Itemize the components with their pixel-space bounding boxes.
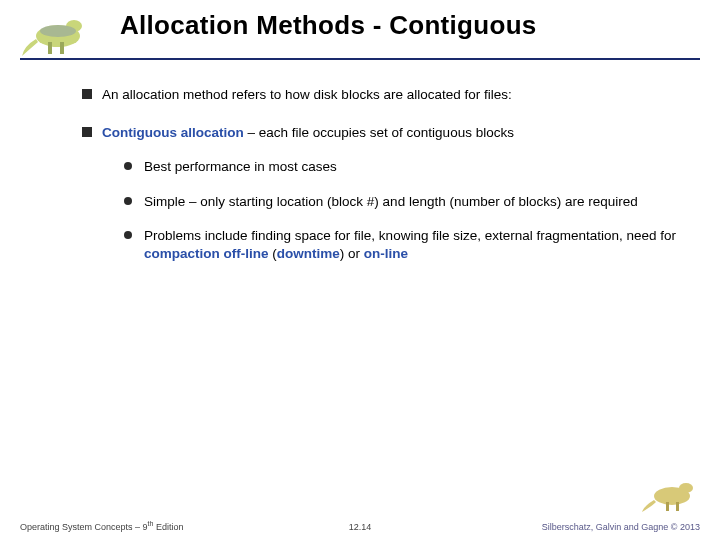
bullet-text: An allocation method refers to how disk …	[102, 87, 512, 102]
dinosaur-footer-icon	[642, 476, 698, 512]
dot-bullet-icon	[124, 197, 132, 205]
bullet-item: An allocation method refers to how disk …	[82, 86, 680, 104]
slide: Allocation Methods - Contiguous An alloc…	[0, 0, 720, 540]
dot-bullet-icon	[124, 231, 132, 239]
term-contiguous: Contiguous allocation	[102, 125, 244, 140]
bullet-text: – each file occupies set of contiguous b…	[244, 125, 514, 140]
square-bullet-icon	[82, 127, 92, 137]
sub-bullet-item: Best performance in most cases	[102, 158, 680, 176]
sub-bullet-text: ) or	[340, 246, 364, 261]
dot-bullet-icon	[124, 162, 132, 170]
svg-rect-8	[676, 502, 679, 511]
page-title: Allocation Methods - Contiguous	[120, 10, 720, 41]
term-online: on-line	[364, 246, 408, 261]
sub-bullet-text: (	[269, 246, 277, 261]
footer-text: Operating System Concepts – 9	[20, 522, 148, 532]
footer-left: Operating System Concepts – 9th Edition	[20, 520, 183, 532]
svg-rect-7	[666, 502, 669, 511]
term-compaction: compaction off-line	[144, 246, 269, 261]
footer: Operating System Concepts – 9th Edition …	[20, 520, 700, 532]
divider	[20, 58, 700, 60]
footer-text: Edition	[153, 522, 183, 532]
slide-number: 12.14	[349, 522, 372, 532]
square-bullet-icon	[82, 89, 92, 99]
sub-bullet-text: Simple – only starting location (block #…	[144, 194, 638, 209]
sub-bullet-item: Problems include finding space for file,…	[102, 227, 680, 263]
sub-bullet-text: Best performance in most cases	[144, 159, 337, 174]
header: Allocation Methods - Contiguous	[0, 0, 720, 49]
sub-bullet-text: Problems include finding space for file,…	[144, 228, 676, 243]
sub-bullet-item: Simple – only starting location (block #…	[102, 193, 680, 211]
term-downtime: downtime	[277, 246, 340, 261]
bullet-item: Contiguous allocation – each file occupi…	[82, 124, 680, 263]
sub-list: Best performance in most cases Simple – …	[102, 158, 680, 263]
svg-point-6	[679, 483, 693, 493]
footer-copyright: Silberschatz, Galvin and Gagne © 2013	[542, 522, 700, 532]
content-body: An allocation method refers to how disk …	[82, 86, 680, 283]
